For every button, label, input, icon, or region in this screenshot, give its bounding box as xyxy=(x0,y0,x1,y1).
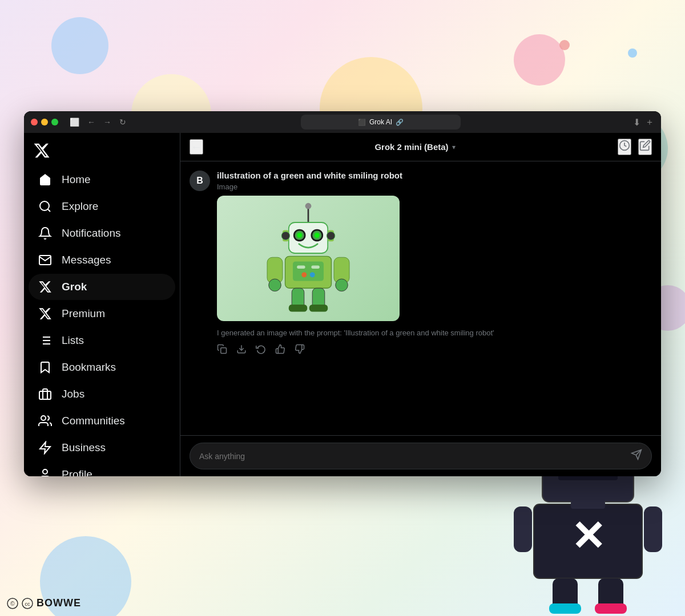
generated-image xyxy=(217,196,400,321)
sidebar-item-business[interactable]: Business xyxy=(29,435,175,461)
download-button[interactable]: ⬇ xyxy=(633,117,640,128)
notifications-icon xyxy=(38,226,53,241)
sidebar-item-home[interactable]: Home xyxy=(29,167,175,193)
back-arrow-button[interactable]: ← xyxy=(190,139,203,155)
grok-main-panel: ← Grok 2 mini (Beta) ▾ xyxy=(180,133,661,476)
svg-rect-30 xyxy=(293,261,324,281)
svg-rect-42 xyxy=(309,305,328,312)
sidebar-label-messages: Messages xyxy=(62,254,111,266)
like-action-button[interactable] xyxy=(275,344,285,356)
sidebar-item-bookmarks[interactable]: Bookmarks xyxy=(29,354,175,380)
svg-point-0 xyxy=(40,201,49,210)
browser-right-controls: ⬇ ＋ xyxy=(633,116,654,128)
address-bar-container: ⬛ Grok AI 🔗 xyxy=(133,115,628,129)
svg-line-1 xyxy=(48,209,50,212)
sidebar-item-explore[interactable]: Explore xyxy=(29,193,175,220)
sidebar-item-lists[interactable]: Lists xyxy=(29,327,175,354)
messages-icon xyxy=(38,253,53,268)
grok-header-actions xyxy=(618,139,652,155)
grok-input-area xyxy=(180,435,661,476)
reload-button[interactable]: ↻ xyxy=(117,116,128,128)
close-button[interactable] xyxy=(31,119,38,125)
sidebar-label-home: Home xyxy=(62,173,91,186)
svg-point-28 xyxy=(327,232,335,240)
address-bar[interactable]: ⬛ Grok AI 🔗 xyxy=(301,115,461,129)
svg-rect-41 xyxy=(289,305,307,312)
sidebar-label-grok: Grok xyxy=(62,281,87,293)
bowwe-logo: BOWWE xyxy=(37,597,81,609)
sidebar-item-grok[interactable]: Grok xyxy=(29,274,175,300)
svg-rect-64 xyxy=(514,506,532,552)
svg-rect-8 xyxy=(39,391,51,399)
traffic-lights xyxy=(31,119,58,125)
minimize-button[interactable] xyxy=(41,119,48,125)
sidebar-toggle-button[interactable]: ⬜ xyxy=(67,116,82,128)
sidebar-label-communities: Communities xyxy=(62,415,125,427)
sidebar-item-communities[interactable]: Communities xyxy=(29,408,175,434)
svg-point-9 xyxy=(41,416,46,420)
home-icon xyxy=(38,172,53,187)
business-icon xyxy=(38,440,53,455)
message-body: illustration of a green and white smilin… xyxy=(217,171,652,356)
jobs-icon xyxy=(38,387,53,402)
svg-point-11 xyxy=(43,469,47,474)
svg-text:cc: cc xyxy=(25,601,31,607)
svg-rect-69 xyxy=(595,603,627,614)
svg-rect-63 xyxy=(571,501,605,509)
twitter-logo[interactable] xyxy=(24,137,180,164)
back-button[interactable]: ← xyxy=(85,116,98,128)
grok-input-wrapper xyxy=(190,443,652,469)
grok-header: ← Grok 2 mini (Beta) ▾ xyxy=(180,133,661,161)
svg-text:✕: ✕ xyxy=(571,514,605,560)
edit-button[interactable] xyxy=(638,139,652,155)
svg-text:©: © xyxy=(10,601,15,607)
svg-rect-31 xyxy=(297,266,305,269)
svg-marker-10 xyxy=(40,442,50,453)
svg-point-17 xyxy=(305,203,312,209)
sidebar-label-premium: Premium xyxy=(62,307,105,320)
message-caption: I generated an image with the prompt: 'I… xyxy=(217,328,652,338)
svg-rect-43 xyxy=(221,348,227,354)
robot-svg xyxy=(257,201,360,315)
sidebar-item-jobs[interactable]: Jobs xyxy=(29,381,175,407)
forward-button[interactable]: → xyxy=(101,116,114,128)
download-action-button[interactable] xyxy=(236,344,247,356)
link-icon: 🔗 xyxy=(396,119,404,126)
message-row: B illustration of a green and white smil… xyxy=(190,171,652,356)
address-bar-text: Grok AI xyxy=(369,118,392,126)
send-button[interactable] xyxy=(631,449,642,463)
maximize-button[interactable] xyxy=(51,119,58,125)
twitter-sidebar: Home Explore Notifications Messages Grok… xyxy=(24,133,180,476)
creative-commons-icon: cc xyxy=(22,598,33,609)
sidebar-label-notifications: Notifications xyxy=(62,227,121,240)
copy-action-button[interactable] xyxy=(217,344,227,356)
history-button[interactable] xyxy=(618,139,631,155)
sidebar-item-profile[interactable]: Profile xyxy=(29,461,175,476)
sidebar-label-bookmarks: Bookmarks xyxy=(62,361,116,374)
dislike-action-button[interactable] xyxy=(295,344,305,356)
sidebar-label-profile: Profile xyxy=(62,468,92,476)
sidebar-item-premium[interactable]: Premium xyxy=(29,301,175,327)
sidebar-item-messages[interactable]: Messages xyxy=(29,247,175,273)
nav-items-container: Home Explore Notifications Messages Grok… xyxy=(24,166,180,476)
sidebar-label-business: Business xyxy=(62,441,106,454)
chevron-down-icon[interactable]: ▾ xyxy=(452,143,456,151)
svg-point-24 xyxy=(315,233,320,238)
communities-icon xyxy=(38,414,53,428)
svg-point-34 xyxy=(310,272,315,277)
browser-controls: ⬜ ← → ↻ xyxy=(67,116,128,128)
svg-point-27 xyxy=(281,232,289,240)
svg-point-38 xyxy=(336,279,348,291)
premium-icon xyxy=(38,306,53,321)
sidebar-label-explore: Explore xyxy=(62,200,98,213)
grok-chat-content: B illustration of a green and white smil… xyxy=(180,161,661,435)
grok-ask-input[interactable] xyxy=(199,452,631,461)
bowwe-branding: © cc BOWWE xyxy=(7,597,81,609)
message-title: illustration of a green and white smilin… xyxy=(217,171,652,180)
bookmarks-icon xyxy=(38,360,53,375)
new-tab-button[interactable]: ＋ xyxy=(645,116,654,128)
regenerate-action-button[interactable] xyxy=(256,344,266,356)
svg-rect-68 xyxy=(549,603,581,614)
sidebar-item-notifications[interactable]: Notifications xyxy=(29,220,175,246)
lock-icon: ⬛ xyxy=(358,119,366,126)
